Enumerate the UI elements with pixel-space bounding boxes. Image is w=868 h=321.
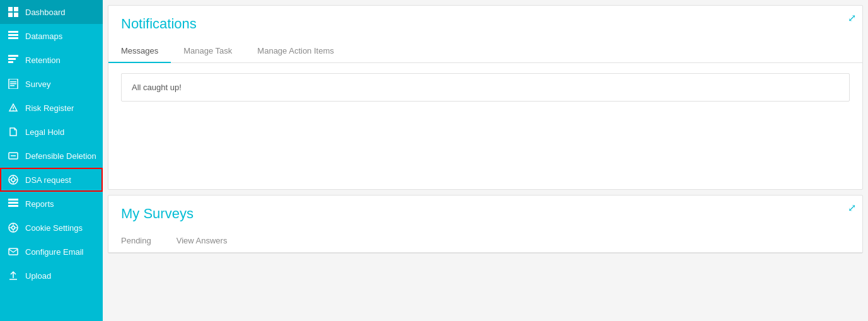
- dashboard-icon: [8, 6, 19, 18]
- survey-icon: [8, 78, 19, 90]
- datamaps-icon: [8, 30, 19, 42]
- svg-rect-5: [8, 34, 18, 36]
- sidebar-item-risk-register[interactable]: Risk Register: [0, 96, 103, 120]
- sidebar-item-defensible-deletion[interactable]: Defensible Deletion: [0, 144, 103, 168]
- surveys-card: My Surveys ⤢ Pending View Answers: [108, 195, 863, 254]
- sidebar-label-dsa-request: DSA request: [25, 175, 71, 185]
- svg-rect-3: [14, 13, 18, 17]
- sidebar-item-datamaps[interactable]: Datamaps: [0, 24, 103, 48]
- dsa-request-icon: [8, 174, 19, 185]
- reports-icon: [8, 198, 19, 209]
- tab-manage-task[interactable]: Manage Task: [171, 40, 245, 63]
- svg-rect-0: [8, 7, 13, 11]
- notifications-header: Notifications: [108, 6, 862, 32]
- notifications-tabs: Messages Manage Task Manage Action Items: [108, 40, 862, 63]
- tab-view-answers[interactable]: View Answers: [164, 230, 240, 253]
- configure-email-icon: [8, 246, 19, 257]
- sidebar: Dashboard Datamaps Retention Survey Risk…: [0, 0, 103, 321]
- svg-rect-2: [8, 13, 13, 17]
- svg-point-19: [11, 178, 15, 182]
- tab-manage-action-items[interactable]: Manage Action Items: [245, 40, 346, 63]
- svg-point-28: [12, 226, 15, 230]
- sidebar-label-legal-hold: Legal Hold: [25, 127, 64, 137]
- risk-register-icon: [8, 102, 19, 114]
- sidebar-item-survey[interactable]: Survey: [0, 72, 103, 96]
- svg-rect-24: [8, 199, 18, 201]
- sidebar-item-configure-email[interactable]: Configure Email: [0, 240, 103, 264]
- retention-icon: [8, 54, 19, 66]
- sidebar-label-reports: Reports: [25, 199, 54, 209]
- surveys-tabs: Pending View Answers: [108, 230, 862, 253]
- tab-pending[interactable]: Pending: [108, 230, 164, 253]
- svg-rect-4: [8, 31, 18, 33]
- upload-icon: [8, 270, 19, 281]
- sidebar-item-dsa-request[interactable]: DSA request: [0, 168, 103, 192]
- sidebar-label-survey: Survey: [25, 79, 50, 89]
- notifications-expand-icon[interactable]: ⤢: [848, 12, 856, 24]
- surveys-title: My Surveys: [121, 206, 850, 222]
- defensible-deletion-icon: [8, 150, 19, 161]
- svg-rect-33: [9, 248, 18, 255]
- notifications-title: Notifications: [121, 16, 850, 32]
- sidebar-item-cookie-settings[interactable]: Cookie Settings: [0, 216, 103, 240]
- tab-messages[interactable]: Messages: [108, 40, 171, 63]
- sidebar-label-retention: Retention: [25, 55, 61, 65]
- sidebar-label-dashboard: Dashboard: [25, 8, 66, 17]
- sidebar-item-dashboard[interactable]: Dashboard: [0, 0, 103, 24]
- surveys-expand-icon[interactable]: ⤢: [848, 202, 856, 214]
- svg-rect-8: [8, 58, 16, 60]
- sidebar-item-retention[interactable]: Retention: [0, 48, 103, 72]
- all-caught-up-message: All caught up!: [121, 73, 850, 102]
- sidebar-item-upload[interactable]: Upload: [0, 264, 103, 288]
- cookie-settings-icon: [8, 222, 19, 233]
- legal-hold-icon: [8, 126, 19, 137]
- sidebar-label-cookie-settings: Cookie Settings: [25, 223, 83, 233]
- svg-rect-25: [8, 202, 18, 204]
- svg-rect-1: [14, 7, 18, 11]
- svg-point-15: [13, 110, 14, 111]
- svg-rect-9: [8, 61, 13, 63]
- sidebar-label-configure-email: Configure Email: [25, 247, 84, 257]
- surveys-header: My Surveys: [108, 196, 862, 222]
- main-content: Notifications ⤢ Messages Manage Task Man…: [103, 0, 868, 321]
- sidebar-label-datamaps: Datamaps: [25, 32, 62, 41]
- notifications-body: All caught up!: [108, 63, 862, 189]
- notifications-card: Notifications ⤢ Messages Manage Task Man…: [108, 5, 863, 190]
- svg-rect-12: [10, 83, 16, 85]
- sidebar-item-legal-hold[interactable]: Legal Hold: [0, 120, 103, 144]
- sidebar-label-upload: Upload: [25, 271, 51, 281]
- svg-rect-11: [10, 81, 16, 83]
- svg-rect-13: [10, 85, 14, 86]
- sidebar-label-defensible-deletion: Defensible Deletion: [25, 151, 96, 161]
- sidebar-item-reports[interactable]: Reports: [0, 192, 103, 216]
- sidebar-label-risk-register: Risk Register: [25, 103, 74, 113]
- svg-rect-7: [8, 55, 18, 57]
- svg-rect-6: [8, 37, 18, 39]
- svg-rect-26: [8, 205, 18, 207]
